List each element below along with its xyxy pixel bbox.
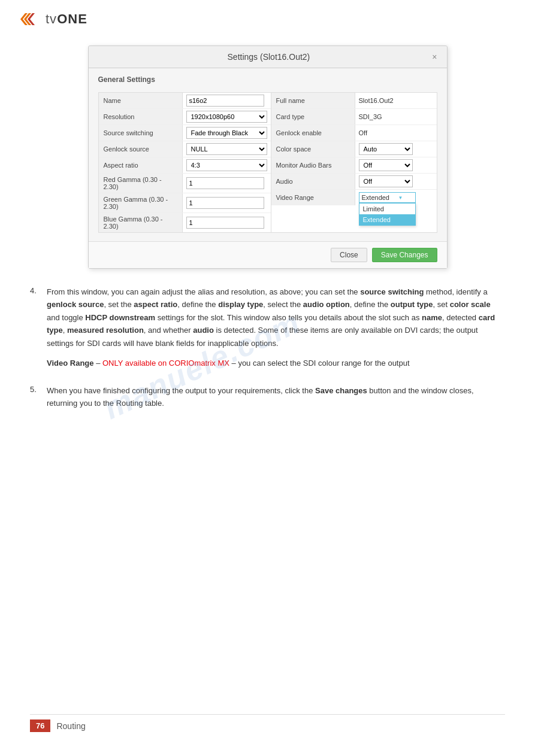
value-audio[interactable]: Off xyxy=(355,174,437,189)
dialog-footer: Close Save Changes xyxy=(89,241,447,268)
header: tvONE xyxy=(0,0,535,34)
settings-dialog: Settings (Slot16.Out2) × General Setting… xyxy=(88,45,448,269)
video-range-option-limited[interactable]: Limited xyxy=(359,204,415,214)
text-genlock-enable: Off xyxy=(359,129,367,136)
dialog-titlebar: Settings (Slot16.Out2) × xyxy=(89,46,447,68)
tvone-logo-icon xyxy=(18,11,41,28)
select-color-space[interactable]: Auto xyxy=(359,143,413,155)
setting-row-resolution: Resolution 1920x1080p60 xyxy=(99,109,271,125)
video-range-dropdown-list: Limited Extended xyxy=(359,203,416,226)
label-red-gamma: Red Gamma (0.30 - 2.30) xyxy=(99,174,183,193)
value-blue-gamma[interactable] xyxy=(183,215,271,230)
select-source-switching[interactable]: Fade through Black xyxy=(186,127,267,139)
label-genlock-enable: Genlock enable xyxy=(271,125,355,141)
select-aspect-ratio[interactable]: 4:3 xyxy=(186,159,267,171)
select-monitor-audio-bars[interactable]: Off xyxy=(359,159,413,171)
setting-row-name: Name xyxy=(99,93,271,109)
setting-row-genlock-enable: Genlock enable Off xyxy=(271,125,437,141)
select-resolution[interactable]: 1920x1080p60 xyxy=(186,111,267,123)
label-video-range: Video Range xyxy=(271,190,355,205)
list-item-5: 5. When you have finished configuring th… xyxy=(30,384,505,410)
value-card-type: SDI_3G xyxy=(355,111,437,122)
list-num-5: 5. xyxy=(30,384,47,410)
video-range-dropdown[interactable]: Extended Limited Extended xyxy=(359,192,416,203)
input-blue-gamma[interactable] xyxy=(186,217,264,229)
setting-row-color-space: Color space Auto xyxy=(271,141,437,157)
logo-text: tvONE xyxy=(46,11,87,27)
label-resolution: Resolution xyxy=(99,109,183,125)
video-range-selected-text: Extended xyxy=(362,194,389,201)
main-content: Settings (Slot16.Out2) × General Setting… xyxy=(0,34,535,445)
dialog-title: Settings (Slot16.Out2) xyxy=(107,52,431,62)
list-content-5: When you have finished configuring the o… xyxy=(47,384,505,410)
bold-audio: audio xyxy=(193,326,214,335)
label-blue-gamma: Blue Gamma (0.30 - 2.30) xyxy=(99,213,183,232)
note-separator: – xyxy=(94,359,102,368)
bold-output-type: output type xyxy=(391,300,433,309)
value-green-gamma[interactable] xyxy=(183,195,271,211)
setting-row-green-gamma: Green Gamma (0.30 - 2.30) xyxy=(99,193,271,213)
setting-row-source-switching: Source switching Fade through Black xyxy=(99,125,271,141)
video-range-note: Video Range – ONLY available on CORIOmat… xyxy=(47,357,505,369)
input-green-gamma[interactable] xyxy=(186,197,264,209)
save-changes-button[interactable]: Save Changes xyxy=(372,248,437,262)
dialog-body: General Settings Name Resol xyxy=(89,68,447,241)
value-monitor-audio-bars[interactable]: Off xyxy=(355,157,437,173)
list-num-4: 4. xyxy=(30,286,47,374)
dialog-close-button[interactable]: × xyxy=(431,52,438,62)
bold-audio-option: audio option xyxy=(303,300,350,309)
settings-left-col: Name Resolution 1920x1080p60 xyxy=(99,93,271,232)
bold-display-type: display type xyxy=(218,300,263,309)
setting-row-blue-gamma: Blue Gamma (0.30 - 2.30) xyxy=(99,213,271,232)
bold-genlock-source: genlock source xyxy=(47,300,104,309)
label-name: Name xyxy=(99,93,183,108)
settings-grid: Name Resolution 1920x1080p60 xyxy=(98,92,437,233)
footer-section-label: Routing xyxy=(56,721,85,731)
setting-row-red-gamma: Red Gamma (0.30 - 2.30) xyxy=(99,174,271,193)
setting-row-audio: Audio Off xyxy=(271,174,437,190)
select-genlock-source[interactable]: NULL xyxy=(186,143,267,155)
label-genlock-source: Genlock source xyxy=(99,141,183,157)
label-audio: Audio xyxy=(271,174,355,189)
settings-right-col: Full name Slot16.Out2 Card type SDI_3G xyxy=(271,93,437,232)
page-number-badge: 76 xyxy=(30,719,50,732)
list-item-4: 4. From this window, you can again adjus… xyxy=(30,286,505,374)
label-monitor-audio-bars: Monitor Audio Bars xyxy=(271,157,355,173)
value-genlock-source[interactable]: NULL xyxy=(183,141,271,157)
setting-row-monitor-audio-bars: Monitor Audio Bars Off xyxy=(271,157,437,174)
note-video-range-label: Video Range xyxy=(47,359,94,368)
value-video-range[interactable]: Extended Limited Extended xyxy=(355,190,437,205)
setting-row-video-range: Video Range Extended Limited Extended xyxy=(271,190,437,205)
value-aspect-ratio[interactable]: 4:3 xyxy=(183,157,271,173)
note-suffix: – you can select the SDI colour range fo… xyxy=(229,359,410,368)
value-color-space[interactable]: Auto xyxy=(355,141,437,157)
text-full-name: Slot16.Out2 xyxy=(359,97,394,104)
bold-save-changes: Save changes xyxy=(315,386,367,395)
input-red-gamma[interactable] xyxy=(186,177,264,189)
setting-row-full-name: Full name Slot16.Out2 xyxy=(271,93,437,109)
value-genlock-enable: Off xyxy=(355,127,437,138)
label-color-space: Color space xyxy=(271,141,355,157)
label-full-name: Full name xyxy=(271,93,355,108)
value-name[interactable] xyxy=(183,93,271,108)
video-range-selected[interactable]: Extended xyxy=(359,192,416,203)
bold-name: name xyxy=(422,313,442,322)
setting-row-aspect-ratio: Aspect ratio 4:3 xyxy=(99,157,271,174)
dialog-wrapper: Settings (Slot16.Out2) × General Setting… xyxy=(30,45,505,269)
video-range-option-extended[interactable]: Extended xyxy=(359,214,415,225)
close-button[interactable]: Close xyxy=(331,248,367,262)
input-name[interactable] xyxy=(186,95,264,107)
bold-color-scale: color scale xyxy=(450,300,491,309)
bold-hdcp-downstream: HDCP downstream xyxy=(85,313,155,322)
value-red-gamma[interactable] xyxy=(183,175,271,191)
bold-aspect-ratio: aspect ratio xyxy=(134,300,177,309)
label-source-switching: Source switching xyxy=(99,125,183,141)
value-source-switching[interactable]: Fade through Black xyxy=(183,125,271,141)
label-card-type: Card type xyxy=(271,109,355,125)
value-full-name: Slot16.Out2 xyxy=(355,95,437,106)
bold-source-switching: source switching xyxy=(360,287,424,296)
value-resolution[interactable]: 1920x1080p60 xyxy=(183,109,271,125)
list-content-4: From this window, you can again adjust t… xyxy=(47,286,505,374)
select-audio[interactable]: Off xyxy=(359,175,413,187)
text-card-type: SDI_3G xyxy=(359,113,382,120)
